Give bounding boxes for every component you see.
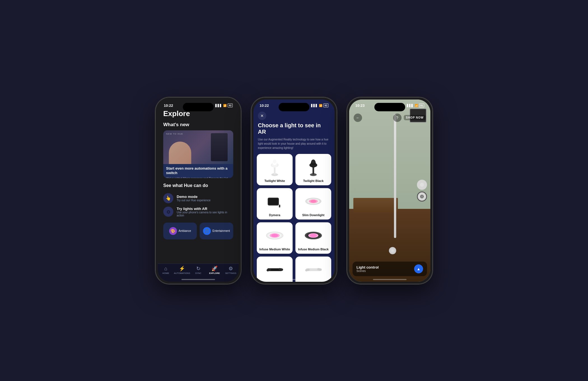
ambiance-icon: 🎨 [169,227,177,235]
ar-help-button[interactable]: ? [393,114,402,122]
see-what-title: See what Hue can do [163,183,233,188]
light-card-centris-black[interactable]: Centris 2-Spot Black [257,257,293,282]
wifi-icon-2: 📶 [319,104,322,107]
light-card-twilight-black[interactable]: Twilight Black [295,154,331,185]
news-card-desc: We've added Mimic presence and Timer to … [166,177,230,178]
demo-mode-icon: 👆 [163,193,173,203]
ar-text: Try lights with AR Use your phone's came… [177,207,233,217]
sync-tab-label: SYNC [195,272,201,274]
ar-panel-info: Light control Scenes [356,265,379,273]
light-card-centris-white[interactable]: Centris 2-Spot White [295,257,331,282]
dynamic-island-3 [374,103,405,111]
ar-lamp-base [389,247,396,254]
dynamic-island-1 [183,103,214,111]
tab-settings[interactable]: ⚙ SETTINGS [223,266,239,274]
light-card-infuse-black[interactable]: Infuse Medium Black [295,222,331,254]
wifi-icon-1: 📶 [223,104,227,107]
ar-signal-icon: ▋▋▋ [407,104,414,107]
demo-mode-row[interactable]: 👆 Demo mode Try out our Hue experience [163,191,233,205]
svg-rect-13 [269,198,278,205]
ar-icon: ⊙ [163,207,173,217]
dynamic-island-2 [279,103,309,111]
ar-row[interactable]: ⊙ Try lights with AR Use your phone's ca… [163,205,233,219]
tab-explore[interactable]: 🚀 EXPLORE [206,266,223,274]
news-card-body: Start even more automations with a switc… [163,164,233,178]
home-indicator-2 [277,279,311,280]
ar-panel-subtitle: Scenes [356,269,379,273]
ar-panel-expand-button[interactable]: ▲ [414,264,423,273]
svg-rect-14 [279,205,280,207]
ar-back-button[interactable]: ← [354,114,362,122]
ar-nav: ← ? SHOP NOW [349,114,430,122]
twilight-black-image [304,157,323,177]
light-card-twilight-white[interactable]: Twilight White [257,154,293,185]
ar-wifi-icon: 📶 [415,104,418,107]
ar-battery: 91 [419,103,424,107]
close-button[interactable]: ✕ [258,112,266,120]
ar-lamp-pole [394,114,396,238]
infuse-white-name: Infuse Medium White [259,248,290,251]
ar-desc: Use your phone's camera to see lights in… [177,211,233,217]
news-badge: NEW TO HUE [166,133,183,135]
demo-mode-desc: Try out our Hue experience [177,199,211,202]
home-indicator-3 [373,279,407,280]
svg-point-28 [310,234,317,237]
svg-point-38 [421,196,423,197]
entertainment-icon: 🎵 [203,227,211,235]
status-icons-2: ▋▋▋ 📶 92 [311,103,328,107]
home-tab-icon: ⌂ [164,266,167,271]
light-card-slim-downlight[interactable]: Slim Downlight [295,188,331,220]
infuse-white-image [265,226,284,245]
tab-home[interactable]: ⌂ HOME [158,266,174,274]
light-card-infuse-white[interactable]: Infuse Medium White [257,222,293,254]
ar-target-button[interactable] [417,191,427,202]
phone-1: 10:22 ▋▋▋ 📶 92 Explore What's new NEW TO… [155,97,242,285]
infuse-black-image [304,226,323,245]
svg-point-18 [311,200,316,203]
tab-sync[interactable]: ↻ SYNC [190,266,206,274]
phone1-content: Explore What's new NEW TO HUE Start even… [158,109,239,275]
twilight-white-image [265,157,284,177]
news-card[interactable]: NEW TO HUE Start even more automations w… [163,130,233,178]
settings-tab-icon: ⚙ [228,266,233,271]
bottom-cards: 🎨 Ambiance 🎵 Entertainment [163,223,233,239]
status-time-1: 10:22 [164,103,173,108]
ambiance-card[interactable]: 🎨 Ambiance [163,223,197,239]
ar-status-icons: ▋▋▋ 📶 91 [407,103,424,107]
choose-title: Choose a light to see in AR [253,122,335,135]
status-icons-1: ▋▋▋ 📶 92 [215,103,233,107]
home-tab-label: HOME [162,272,169,274]
home-indicator-1 [181,279,215,280]
dymera-image [265,191,284,211]
infuse-black-name: Infuse Medium Black [298,248,328,251]
automations-tab-icon: ⚡ [179,266,185,271]
explore-tab-label: EXPLORE [209,272,220,274]
signal-icon-1: ▋▋▋ [215,104,222,107]
svg-point-11 [312,160,315,163]
ar-shop-button[interactable]: SHOP NOW [404,115,426,120]
svg-point-36 [420,183,424,187]
centris-black-image [265,260,284,280]
centris-white-image [304,260,323,280]
battery-1: 92 [228,103,233,107]
hand-illustration [169,142,191,164]
dymera-name: Dymera [269,213,280,217]
tab-automations[interactable]: ⚡ AUTOMATIONS [174,266,190,274]
status-time-2: 10:22 [260,103,269,108]
ar-title: Try lights with AR [177,207,233,211]
battery-2: 92 [323,103,328,107]
demo-mode-title: Demo mode [177,195,211,199]
settings-tab-label: SETTINGS [225,272,236,274]
ar-control-panel [417,180,427,202]
ar-panel-title: Light control [356,265,379,269]
ar-color-button[interactable] [417,180,427,190]
entertainment-card[interactable]: 🎵 Entertainment [200,223,233,239]
sync-tab-icon: ↻ [196,266,200,271]
twilight-black-name: Twilight Black [303,179,323,183]
light-card-dymera[interactable]: Dymera [257,188,293,220]
ar-desk [353,198,398,213]
slim-downlight-name: Slim Downlight [302,213,324,217]
choose-desc: Use our Augmented Reality technology to … [253,137,335,150]
ar-time: 10:23 [355,103,365,108]
phone-2: 10:22 ▋▋▋ 📶 92 ✕ Choose a light to see i… [251,97,337,285]
